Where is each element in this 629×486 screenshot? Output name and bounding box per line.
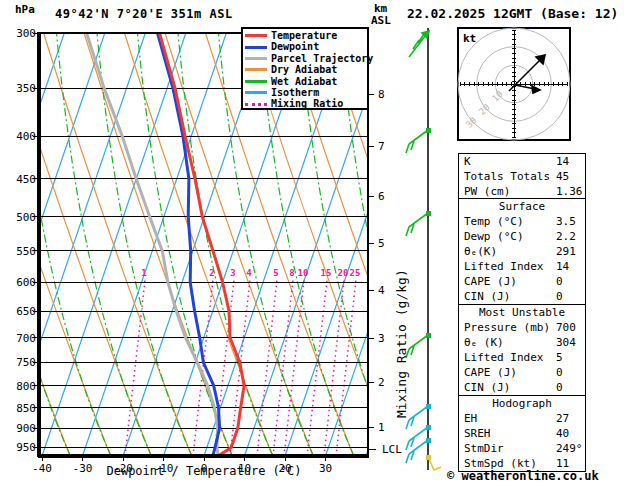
legend-label: Wet Adiabat	[271, 76, 337, 87]
sounding-screen: 3003504004505005506006507007508008509009…	[0, 0, 629, 486]
wind-barb	[406, 427, 428, 450]
stat-label: K	[464, 154, 556, 169]
wind-barb-column	[406, 28, 441, 470]
km-tick-label: 8	[378, 88, 385, 101]
stat-label: StmDir	[464, 441, 556, 456]
stat-value: 0	[556, 289, 563, 304]
hodograph-stats-table: Hodograph EH27 SREH40 StmDir249° StmSpd …	[458, 395, 586, 472]
parcel-trajectory-curve	[87, 33, 219, 456]
stat-value: 304	[556, 335, 576, 350]
mixing-ratio-value: 10	[298, 268, 309, 278]
wind-barb	[406, 335, 428, 358]
legend-box: Temperature Dewpoint Parcel Trajectory D…	[241, 27, 369, 110]
legend-label: Isotherm	[271, 87, 319, 98]
x-axis-title: Dewpoint / Temperature (°C)	[39, 464, 369, 478]
stat-value: 0	[556, 380, 563, 395]
legend-row-parcel: Parcel Trajectory	[245, 53, 367, 64]
hodograph-table-title: Hodograph	[459, 396, 585, 411]
stat-label: SREH	[464, 426, 556, 441]
legend-label: Parcel Trajectory	[271, 53, 373, 64]
stat-value: 1.36	[556, 184, 583, 199]
hodograph-unit-label: kt	[463, 32, 476, 45]
stat-value: 0	[556, 365, 563, 380]
km-tick-label: 7	[378, 140, 385, 153]
stat-value: 291	[556, 244, 576, 259]
legend-row-dry-adiabat: Dry Adiabat	[245, 64, 367, 75]
stat-label: CAPE (J)	[464, 274, 556, 289]
km-tick-label: 4	[378, 284, 385, 297]
legend-label: Dewpoint	[271, 41, 319, 52]
copyright-label: © weatheronline.co.uk	[447, 469, 599, 483]
legend-row-dewpoint: Dewpoint	[245, 41, 367, 52]
pressure-tick-label: 600	[16, 276, 36, 289]
table-row: θₑ (K)304	[459, 335, 585, 350]
stat-label: CIN (J)	[464, 289, 556, 304]
parcel-line-swatch	[245, 57, 267, 60]
table-row: EH27	[459, 411, 585, 426]
legend-row-mixing-ratio: Mixing Ratio	[245, 98, 367, 109]
stat-label: CAPE (J)	[464, 365, 556, 380]
km-tick-label: 6	[378, 190, 385, 203]
temperature-curve	[160, 33, 245, 456]
mixing-ratio-axis-label: Mixing Ratio (g/kg)	[394, 269, 409, 418]
wet-adiabat-line-swatch	[245, 80, 267, 83]
mixing-ratio-value: 3	[230, 268, 235, 278]
wind-barb	[409, 31, 429, 57]
legend-label: Dry Adiabat	[271, 64, 337, 75]
km-tick-label: 1	[378, 421, 385, 434]
pressure-tick-label: 400	[16, 130, 36, 143]
indices-table: K14 Totals Totals45 PW (cm)1.36	[458, 153, 586, 199]
altitude-unit-km: km	[374, 3, 387, 14]
pressure-tick-label: 650	[16, 305, 36, 318]
wind-barb	[406, 213, 428, 236]
km-tick-label: 3	[378, 332, 385, 345]
table-row: CIN (J)0	[459, 289, 585, 304]
mixing-ratio-value: 5	[273, 268, 278, 278]
isotherm-line-swatch	[245, 91, 267, 94]
sounding-curves	[87, 33, 245, 456]
stat-label: EH	[464, 411, 556, 426]
pressure-tick-label: 450	[16, 173, 36, 186]
table-row: Lifted Index14	[459, 259, 585, 274]
stat-label: Pressure (mb)	[464, 320, 556, 335]
wind-barb	[406, 440, 428, 463]
pressure-tick-label: 750	[16, 356, 36, 369]
surface-table: Surface Temp (°C)3.5 Dewp (°C)2.2 θₑ(K)2…	[458, 198, 586, 305]
pressure-gridlines	[39, 88, 368, 447]
pressure-tick-label: 700	[16, 332, 36, 345]
pressure-unit-label: hPa	[15, 4, 35, 15]
mixing-ratio-value: 2	[209, 268, 214, 278]
stat-label: CIN (J)	[464, 380, 556, 395]
table-row: Lifted Index5	[459, 350, 585, 365]
lcl-label: LCL	[382, 443, 402, 456]
table-row: K14	[459, 154, 585, 169]
stat-value: 40	[556, 426, 569, 441]
pressure-tick-label: 500	[16, 211, 36, 224]
stat-value: 27	[556, 411, 569, 426]
pressure-tick-label: 900	[16, 422, 36, 435]
stat-value: 249°	[556, 441, 583, 456]
stat-label: Totals Totals	[464, 169, 556, 184]
stat-label: θₑ (K)	[464, 335, 556, 350]
stat-label: Lifted Index	[464, 350, 556, 365]
stat-label: Lifted Index	[464, 259, 556, 274]
table-row: SREH40	[459, 426, 585, 441]
stat-value: 3.5	[556, 214, 576, 229]
stat-value: 14	[556, 259, 569, 274]
stat-value: 2.2	[556, 229, 576, 244]
table-row: StmDir249°	[459, 441, 585, 456]
legend-label: Mixing Ratio	[271, 98, 343, 109]
pressure-tick-label: 850	[16, 402, 36, 415]
stat-value: 700	[556, 320, 576, 335]
most-unstable-table-title: Most Unstable	[459, 305, 585, 320]
hodograph-plot: kt102030	[457, 27, 571, 141]
station-title: 49°42'N 7°20'E 351m ASL	[55, 7, 233, 21]
dry-adiabat-line-swatch	[245, 68, 267, 71]
temperature-line-swatch	[245, 34, 267, 37]
dewpoint-line-swatch	[245, 46, 267, 49]
table-row: Dewp (°C)2.2	[459, 229, 585, 244]
pressure-tick-label: 800	[16, 380, 36, 393]
legend-row-wet-adiabat: Wet Adiabat	[245, 76, 367, 87]
legend-row-isotherm: Isotherm	[245, 87, 367, 98]
wind-barb	[406, 130, 428, 153]
